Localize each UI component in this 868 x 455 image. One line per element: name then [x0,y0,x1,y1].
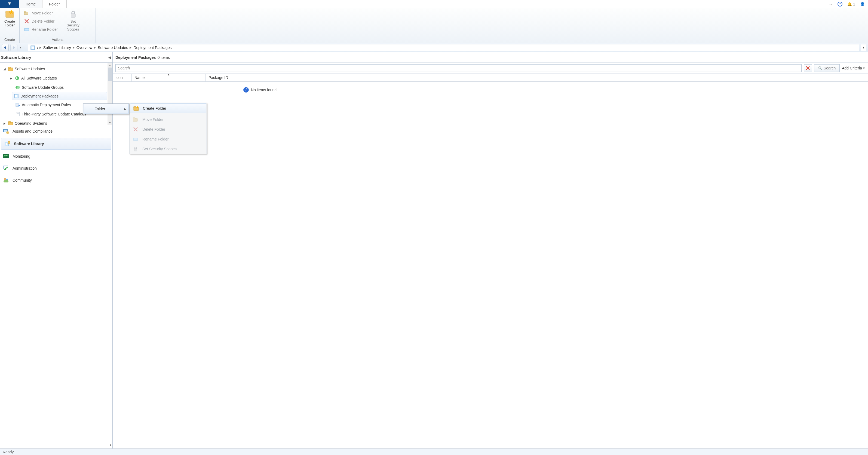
address-node-icon [30,45,35,50]
create-folder-button[interactable]: Create Folder [3,9,17,28]
chevron-right-icon[interactable]: ▶ [130,46,132,49]
delete-folder-label: Delete Folder [32,19,55,23]
svg-rect-5 [24,11,26,12]
move-folder-button[interactable]: Move Folder [22,10,60,16]
delete-folder-button[interactable]: Delete Folder [22,18,60,25]
breadcrumb-item[interactable]: Deployment Packages [133,46,172,50]
address-bar[interactable]: \ ▶ Software Library ▶ Overview ▶ Softwa… [28,44,859,51]
navigation-bar: ▼ \ ▶ Software Library ▶ Overview ▶ Soft… [0,43,868,52]
create-folder-label: Create Folder [4,20,15,28]
ribbon-group-actions: Actions [20,37,96,43]
move-folder-label: Move Folder [32,11,53,15]
ribbon-group-create: Create [0,37,19,43]
chevron-right-icon[interactable]: ▶ [94,46,96,49]
svg-rect-2 [6,11,9,13]
ribbon-tabstrip: Home Folder ︿ ? 🔔 1 👤 [0,0,868,8]
chevron-right-icon[interactable]: ▶ [73,46,75,49]
titlebar-icons: ︿ ? 🔔 1 👤 [829,0,868,8]
forward-button[interactable] [10,44,18,51]
svg-marker-0 [8,2,11,5]
nav-history-dropdown-icon[interactable]: ▼ [19,46,22,49]
set-security-scopes-button[interactable]: Set Security Scopes [64,9,82,31]
bell-icon[interactable]: 🔔 [847,2,852,6]
breadcrumb-item[interactable]: Overview [76,46,92,50]
breadcrumb-item[interactable]: Software Library [43,46,71,50]
tab-folder[interactable]: Folder [42,0,67,8]
notification-count: 1 [853,2,855,6]
breadcrumb-root[interactable]: \ [37,46,38,50]
file-menu-button[interactable] [0,0,19,8]
ribbon: Create Folder Create Move Folder Delete … [0,8,868,43]
svg-marker-11 [13,46,15,49]
svg-rect-13 [32,47,34,49]
svg-rect-8 [25,28,29,31]
set-security-scopes-label: Set Security Scopes [64,20,82,31]
back-button[interactable] [2,44,9,51]
breadcrumb-item[interactable]: Software Updates [98,46,128,50]
svg-marker-10 [4,46,6,49]
tab-home[interactable]: Home [19,0,42,8]
chevron-right-icon[interactable]: ▶ [39,46,42,49]
rename-folder-button[interactable]: Rename Folder [22,26,60,33]
address-dropdown-button[interactable]: ▼ [861,44,866,51]
help-icon[interactable]: ? [838,2,842,6]
collapse-ribbon-icon[interactable]: ︿ [829,2,833,6]
rename-folder-label: Rename Folder [32,27,58,32]
user-icon[interactable]: 👤 [860,2,865,6]
svg-rect-9 [71,13,75,18]
